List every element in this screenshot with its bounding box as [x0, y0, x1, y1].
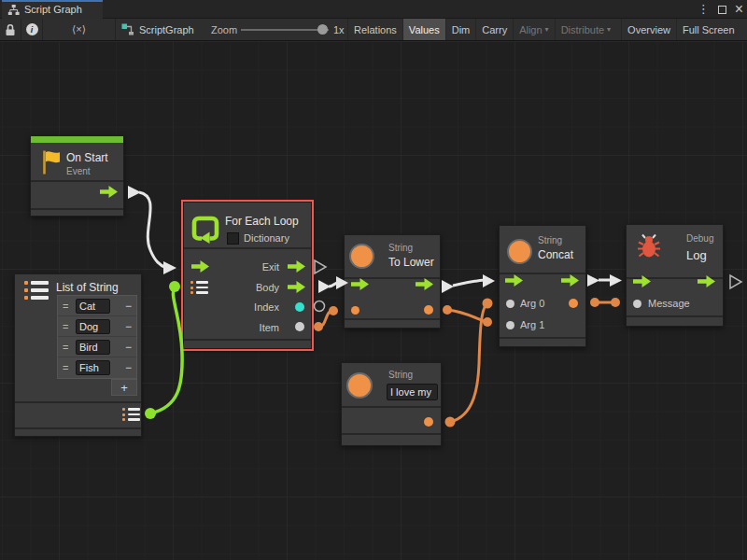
- port-message-in[interactable]: [633, 300, 641, 308]
- port-index-out[interactable]: [295, 302, 304, 312]
- event-accent-bar: [31, 136, 123, 143]
- chevron-down-icon: ▾: [545, 25, 549, 34]
- window-controls: ⋮ ×: [698, 0, 743, 19]
- port-to-lower-flow-in[interactable]: [351, 278, 369, 290]
- port-arg1-in[interactable]: [506, 321, 514, 329]
- string-value-input[interactable]: [387, 384, 438, 400]
- node-title: List of String: [56, 281, 119, 294]
- relations-button[interactable]: Relations: [347, 19, 402, 40]
- port-for-each-list-in[interactable]: [190, 281, 208, 294]
- port-for-each-flow-in[interactable]: [191, 260, 209, 273]
- remove-item-button[interactable]: −: [125, 300, 132, 313]
- dim-button[interactable]: Dim: [445, 19, 476, 40]
- node-to-lower[interactable]: String To Lower: [344, 234, 441, 329]
- node-subtitle: String: [538, 235, 562, 245]
- window-menu-button[interactable]: ⋮: [698, 0, 710, 19]
- port-exit-out[interactable]: [288, 260, 305, 273]
- node-divider: [500, 273, 585, 274]
- list-item-input-2[interactable]: [76, 340, 110, 355]
- list-item-input-0[interactable]: [76, 299, 110, 314]
- port-arg0-in[interactable]: [506, 300, 514, 308]
- remove-item-button[interactable]: −: [125, 341, 132, 354]
- message-label: Message: [648, 298, 690, 309]
- node-title: On Start: [66, 151, 108, 164]
- zoom-slider-handle[interactable]: [317, 24, 328, 35]
- node-divider: [342, 433, 441, 435]
- node-title: Log: [686, 248, 707, 262]
- string-type-icon: [507, 239, 532, 264]
- zoom-slider[interactable]: [241, 29, 329, 31]
- node-subtitle: String: [388, 243, 413, 253]
- node-divider: [345, 277, 440, 279]
- port-on-start-flow-out[interactable]: [100, 186, 118, 198]
- list-row: = −: [58, 337, 136, 357]
- script-graph-window: Script Graph ⋮ × i ⟨×⟩ ScriptG: [0, 0, 747, 560]
- node-subtitle: String: [388, 370, 413, 380]
- distribute-dropdown[interactable]: Distribute▾: [555, 19, 616, 40]
- drag-handle-icon[interactable]: =: [63, 301, 76, 312]
- arg1-label: Arg 1: [520, 319, 544, 330]
- port-to-lower-result-out[interactable]: [424, 305, 433, 315]
- node-string-literal[interactable]: String: [341, 362, 442, 446]
- graph-hierarchy-icon: [7, 4, 20, 16]
- port-body-out[interactable]: [288, 281, 305, 293]
- drag-handle-icon[interactable]: =: [63, 342, 76, 353]
- node-divider: [31, 208, 123, 210]
- string-type-icon: [349, 244, 374, 269]
- remove-item-button[interactable]: −: [125, 320, 132, 333]
- tab-title: Script Graph: [24, 4, 82, 15]
- dictionary-checkbox[interactable]: [227, 232, 239, 245]
- list-editor: = − = − = − = −: [57, 295, 137, 379]
- node-divider: [31, 180, 123, 182]
- list-item-input-3[interactable]: [76, 360, 110, 375]
- zoom-label: Zoom: [211, 24, 237, 35]
- node-for-each-loop[interactable]: For Each Loop Dictionary Exit Body Index…: [183, 202, 312, 349]
- exit-port-label: Exit: [262, 261, 279, 273]
- info-icon: i: [26, 23, 38, 35]
- carry-button[interactable]: Carry: [475, 19, 513, 40]
- window-maximize-button[interactable]: [718, 6, 726, 14]
- code-view-button[interactable]: ⟨×⟩: [43, 19, 116, 40]
- node-divider: [15, 427, 141, 429]
- flag-icon: [41, 149, 61, 175]
- breadcrumb[interactable]: ScriptGraph: [121, 19, 194, 40]
- bug-icon: [636, 232, 662, 260]
- drag-handle-icon[interactable]: =: [63, 321, 76, 332]
- node-list-of-string[interactable]: List of String = − = − = − = −: [14, 273, 142, 437]
- node-title: To Lower: [388, 256, 434, 269]
- align-dropdown[interactable]: Align▾: [513, 19, 554, 40]
- node-divider: [627, 315, 723, 317]
- remove-item-button[interactable]: −: [125, 361, 132, 374]
- node-debug-log[interactable]: Debug Log Message: [626, 224, 724, 327]
- node-divider: [184, 247, 311, 249]
- breadcrumb-graph-name: ScriptGraph: [139, 24, 194, 35]
- chevron-down-icon: ▾: [607, 25, 611, 34]
- node-concat[interactable]: String Concat Arg 0 Arg 1: [499, 225, 586, 347]
- node-divider: [184, 339, 311, 341]
- port-list-out[interactable]: [122, 408, 140, 421]
- port-to-lower-string-in[interactable]: [351, 306, 359, 315]
- node-subtitle: Debug: [686, 233, 713, 244]
- list-row: = −: [58, 357, 136, 378]
- port-concat-flow-in[interactable]: [505, 274, 523, 287]
- port-to-lower-flow-out[interactable]: [416, 278, 433, 290]
- list-item-input-1[interactable]: [76, 319, 110, 334]
- port-concat-result-out[interactable]: [569, 299, 578, 308]
- add-item-button[interactable]: +: [111, 379, 137, 396]
- port-concat-flow-out[interactable]: [561, 274, 579, 287]
- window-close-button[interactable]: ×: [735, 0, 743, 19]
- lock-icon: [5, 23, 16, 36]
- lock-button[interactable]: [0, 19, 21, 40]
- port-string-out[interactable]: [424, 417, 433, 427]
- drag-handle-icon[interactable]: =: [63, 362, 76, 373]
- node-on-start[interactable]: On Start Event: [30, 135, 124, 217]
- values-button[interactable]: Values: [402, 19, 445, 40]
- dictionary-label: Dictionary: [244, 232, 289, 244]
- overview-button[interactable]: Overview: [621, 19, 676, 40]
- info-button[interactable]: i: [21, 19, 43, 40]
- port-item-out[interactable]: [295, 322, 304, 331]
- list-row: = −: [58, 296, 136, 316]
- full-screen-button[interactable]: Full Screen: [676, 19, 740, 40]
- zoom-value: 1x: [333, 24, 345, 35]
- tab-script-graph[interactable]: Script Graph: [2, 0, 103, 19]
